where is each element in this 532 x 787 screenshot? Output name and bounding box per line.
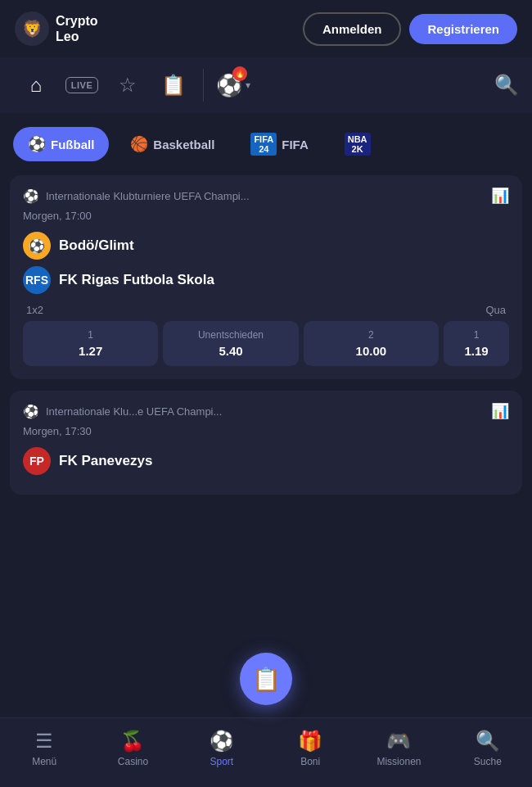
odds-btn-value-1-partial: 1.19	[450, 344, 503, 358]
match-league-1: ⚽ Internationale Klubturniere UEFA Champ…	[23, 187, 509, 205]
match-time-1: Morgen, 17:00	[23, 210, 509, 222]
team-logo-bodo: ⚽	[23, 232, 51, 260]
team-name-2-1: FK Panevezys	[59, 453, 152, 469]
odds-buttons-1: 1 1.27 Unentschieden 5.40 2 10.00 1 1.19	[23, 321, 509, 366]
odds-section-1: 1x2 Qua 1 1.27 Unentschieden 5.40 2 10.0…	[23, 304, 509, 366]
logo: 🦁 Crypto Leo	[15, 11, 98, 46]
tab-nba[interactable]: NBA2K	[330, 124, 385, 164]
home-icon: ⌂	[30, 74, 43, 97]
bottom-nav: ☰ Menü 🍒 Casino ⚽ Sport 🎁 Boni 🎮 Mission…	[0, 717, 532, 787]
odds-btn-1-2[interactable]: 2 10.00	[304, 321, 439, 366]
logo-text: Crypto Leo	[56, 13, 98, 44]
missionen-label: Missionen	[376, 756, 421, 767]
login-button[interactable]: Anmelden	[303, 12, 402, 46]
floating-betslip-icon: 📋	[252, 666, 281, 693]
match-card-1: ⚽ Internationale Klubturniere UEFA Champ…	[10, 175, 522, 379]
nav-home[interactable]: ⌂	[13, 57, 59, 113]
logo-icon: 🦁	[15, 11, 49, 46]
star-icon: ☆	[119, 74, 137, 97]
nav-sport[interactable]: ⚽ 🔥 ▾	[210, 57, 256, 113]
league-icon-2: ⚽	[23, 404, 39, 419]
menu-label: Menü	[32, 756, 56, 767]
nav-live[interactable]: LIVE	[59, 57, 105, 113]
odds-label-qua: Qua	[485, 304, 506, 316]
odds-btn-value-1-1: 1.27	[29, 344, 151, 358]
odds-label-1x2: 1x2	[26, 304, 43, 316]
floating-betslip-button[interactable]: 📋	[240, 653, 292, 705]
odds-header-1: 1x2 Qua	[23, 304, 509, 316]
team-row-2-1: FP FK Panevezys	[23, 447, 509, 475]
league-text-2: Internationale Klu...e UEFA Champi...	[46, 405, 222, 418]
sport-tabs: ⚽ Fußball 🏀 Basketball FIFA24 FIFA NBA2K	[0, 113, 532, 175]
sport-bottom-icon: ⚽	[210, 730, 234, 753]
bottom-nav-casino[interactable]: 🍒 Casino	[100, 730, 165, 767]
boni-icon: 🎁	[298, 730, 322, 753]
betslip-icon: 📋	[161, 74, 186, 97]
suche-icon: 🔍	[476, 730, 500, 753]
live-badge: LIVE	[65, 77, 98, 93]
odds-btn-label-1-1: 1	[29, 329, 151, 341]
match-time-2: Morgen, 17:30	[23, 425, 509, 437]
league-text-1: Internationale Klubturniere UEFA Champi.…	[46, 190, 250, 202]
tab-fifa[interactable]: FIFA24 FIFA	[236, 124, 322, 164]
nav-separator	[203, 69, 204, 102]
main-content: ⚽ Fußball 🏀 Basketball FIFA24 FIFA NBA2K…	[0, 113, 532, 588]
team-name-1-1: Bodö/Glimt	[59, 237, 134, 254]
header-buttons: Anmelden Registrieren	[303, 12, 517, 46]
fussball-icon: ⚽	[28, 135, 46, 153]
basketball-label: Basketball	[153, 138, 214, 152]
fifa-icon: FIFA24	[250, 133, 277, 156]
odds-btn-value-1-2: 10.00	[310, 344, 432, 358]
fussball-label: Fußball	[51, 138, 94, 152]
suche-label: Suche	[474, 756, 502, 767]
team-logo-panevezys: FP	[23, 447, 51, 475]
fire-badge: 🔥	[232, 66, 247, 81]
odds-btn-label-1-partial: 1	[450, 329, 503, 341]
odds-btn-label-1-draw: Unentschieden	[169, 329, 291, 341]
matches-container: ⚽ Internationale Klubturniere UEFA Champ…	[0, 175, 532, 506]
bottom-nav-missionen[interactable]: 🎮 Missionen	[366, 730, 431, 767]
nba-icon: NBA2K	[345, 133, 371, 156]
league-icon-1: ⚽	[23, 188, 39, 204]
casino-icon: 🍒	[120, 730, 145, 753]
register-button[interactable]: Registrieren	[409, 14, 517, 44]
sport-bottom-label: Sport	[210, 756, 233, 767]
basketball-icon: 🏀	[130, 135, 148, 153]
header: 🦁 Crypto Leo Anmelden Registrieren	[0, 0, 532, 57]
boni-label: Boni	[300, 756, 320, 767]
team-row-1-2: RFS FK Rigas Futbola Skola	[23, 266, 509, 294]
odds-btn-1-draw[interactable]: Unentschieden 5.40	[163, 321, 298, 366]
odds-btn-1-partial[interactable]: 1 1.19	[444, 321, 509, 366]
stats-icon-1[interactable]: 📊	[491, 187, 509, 205]
league-name-2: ⚽ Internationale Klu...e UEFA Champi...	[23, 404, 222, 419]
search-icon: 🔍	[494, 74, 519, 96]
match-league-2: ⚽ Internationale Klu...e UEFA Champi... …	[23, 402, 509, 420]
team-logo-rigas: RFS	[23, 266, 51, 294]
stats-icon-2[interactable]: 📊	[491, 402, 509, 420]
missionen-icon: 🎮	[386, 730, 411, 753]
league-name-1: ⚽ Internationale Klubturniere UEFA Champ…	[23, 188, 250, 204]
nav-favorites[interactable]: ☆	[105, 57, 151, 113]
tab-fussball[interactable]: ⚽ Fußball	[13, 127, 109, 161]
sport-icon: ⚽ 🔥	[216, 73, 242, 98]
odds-btn-1-1[interactable]: 1 1.27	[23, 321, 158, 366]
bottom-nav-suche[interactable]: 🔍 Suche	[455, 730, 521, 767]
nav-betslip[interactable]: 📋	[151, 57, 196, 113]
team-row-1-1: ⚽ Bodö/Glimt	[23, 232, 509, 260]
tab-basketball[interactable]: 🏀 Basketball	[115, 127, 229, 161]
fifa-label: FIFA	[282, 138, 309, 152]
nav-bar: ⌂ LIVE ☆ 📋 ⚽ 🔥 ▾ 🔍	[0, 57, 532, 113]
team-name-1-2: FK Rigas Futbola Skola	[59, 272, 214, 288]
casino-label: Casino	[118, 756, 148, 767]
bottom-nav-menu[interactable]: ☰ Menü	[11, 730, 77, 767]
chevron-down-icon: ▾	[246, 79, 250, 91]
odds-btn-label-1-2: 2	[310, 329, 432, 341]
bottom-nav-boni[interactable]: 🎁 Boni	[277, 730, 343, 767]
odds-btn-value-1-draw: 5.40	[169, 344, 291, 358]
nav-search[interactable]: 🔍	[494, 74, 519, 97]
bottom-nav-sport[interactable]: ⚽ Sport	[189, 730, 255, 767]
menu-icon: ☰	[35, 730, 53, 753]
match-card-2: ⚽ Internationale Klu...e UEFA Champi... …	[10, 391, 522, 495]
